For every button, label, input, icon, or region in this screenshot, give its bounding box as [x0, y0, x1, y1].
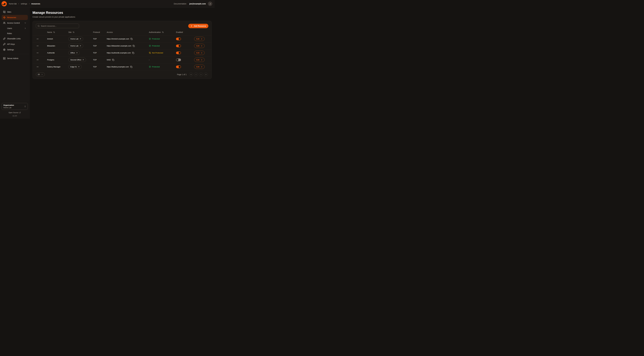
arrow-right-icon [200, 52, 202, 54]
site-badge[interactable]: Home Lab [68, 44, 83, 48]
site-badge[interactable]: Home Lab [68, 37, 83, 41]
search-icon [38, 25, 40, 27]
server-icon [3, 57, 6, 60]
prev-page-button[interactable] [194, 72, 198, 76]
table-header-row: NameSiteProtocolAccessAuthenticationEnab… [32, 29, 212, 36]
site-name: Second Office [70, 59, 81, 61]
enabled-toggle[interactable] [176, 58, 181, 61]
access-value: https://immich.example.com [107, 38, 129, 40]
row-actions-menu[interactable] [36, 37, 39, 40]
edit-label: Edit [196, 66, 199, 68]
sidebar-item-access-control[interactable]: Access Control [2, 20, 28, 26]
organization-value: Home Lab [3, 106, 24, 108]
copy-button[interactable] [132, 52, 134, 54]
sidebar-item-users[interactable]: Users [2, 26, 28, 31]
table-row-bitwarden: Bitwarden Home Lab TCP https://bitwarden… [32, 42, 212, 50]
organization-label: Organization [3, 104, 24, 106]
sort-icon[interactable] [162, 31, 164, 33]
sidebar-item-sites[interactable]: Sites [2, 10, 28, 14]
edit-button[interactable]: Edit [194, 37, 204, 41]
pangolin-logo-icon[interactable] [1, 1, 7, 6]
sidebar-item-roles[interactable]: Roles [2, 31, 28, 36]
site-badge[interactable]: Second Office [68, 58, 86, 62]
copy-button[interactable] [130, 66, 132, 68]
arrow-up-right-icon [80, 38, 81, 40]
auth-status: Protected [152, 66, 160, 68]
page-size-select[interactable]: 20 [36, 72, 45, 76]
arrow-right-icon [200, 59, 202, 61]
site-badge[interactable]: Office [68, 51, 80, 55]
organization-selector[interactable]: Organization Home Lab [2, 103, 28, 110]
edit-label: Edit [196, 45, 199, 47]
avatar[interactable]: J [208, 2, 212, 6]
sidebar-item-api-keys[interactable]: API Keys [2, 42, 28, 47]
last-page-button[interactable] [204, 72, 208, 76]
shield-check-icon [149, 38, 151, 40]
sort-icon[interactable] [73, 31, 74, 33]
arrow-right-icon [200, 38, 202, 40]
ellipsis-icon [36, 59, 39, 61]
add-resource-label: Add Resource [194, 25, 206, 27]
breadcrumb-resources[interactable]: resources [31, 3, 40, 5]
copy-button[interactable] [112, 59, 114, 61]
chevron-left-icon [195, 74, 197, 76]
edit-label: Edit [196, 38, 199, 40]
plus-icon [190, 25, 192, 27]
sort-icon[interactable] [53, 31, 55, 33]
add-resource-button[interactable]: Add Resource [188, 24, 208, 28]
search-input[interactable] [41, 25, 77, 27]
edit-button[interactable]: Edit [194, 44, 204, 48]
access-value: 5432 [107, 59, 111, 61]
edit-button[interactable]: Edit [194, 65, 204, 69]
arrow-up-right-icon [80, 45, 81, 47]
gear-icon [3, 48, 6, 51]
copy-button[interactable] [133, 45, 135, 47]
enabled-toggle[interactable] [176, 52, 181, 54]
ellipsis-icon [36, 52, 39, 54]
enabled-toggle[interactable] [176, 66, 181, 68]
edit-button[interactable]: Edit [194, 58, 204, 62]
row-actions-menu[interactable] [36, 51, 39, 54]
protocol-value: TCP [93, 38, 107, 40]
copy-button[interactable] [130, 38, 133, 40]
search-box [36, 24, 79, 28]
page-size-value: 20 [38, 74, 40, 76]
breadcrumb-settings[interactable]: settings [21, 3, 27, 5]
users-icon [3, 22, 6, 24]
resource-name: Bitwarden [47, 45, 68, 47]
enabled-toggle[interactable] [176, 44, 181, 47]
shield-check-icon [149, 66, 151, 68]
open-source-link[interactable]: Open Source [2, 112, 28, 114]
row-actions-menu[interactable] [36, 58, 39, 62]
sidebar-item-settings[interactable]: Settings [2, 47, 28, 52]
resources-icon [3, 16, 6, 19]
auth-status: - [149, 59, 150, 61]
sidebar-item-resources[interactable]: Resources [2, 15, 28, 20]
breadcrumb-org[interactable]: home-lab [9, 3, 17, 5]
row-actions-menu[interactable] [36, 65, 39, 68]
site-name: Edge 01 [70, 66, 77, 68]
enabled-toggle[interactable] [176, 38, 181, 40]
sidebar-item-shareable-links[interactable]: Shareable Links [2, 36, 28, 41]
shield-check-icon [149, 45, 151, 47]
table-row-immich: Immich Home Lab TCP https://immich.examp… [32, 36, 212, 42]
auth-status: Protected [152, 38, 160, 40]
key-icon [3, 43, 6, 45]
resource-name: Battery Manager [47, 66, 68, 68]
first-page-button[interactable] [189, 72, 193, 76]
resource-name: Immich [47, 38, 68, 40]
toggle-knob [178, 66, 181, 68]
chevron-right-icon [28, 3, 30, 5]
row-actions-menu[interactable] [36, 44, 39, 48]
arrow-right-icon [200, 45, 202, 47]
sidebar-item-server-admin[interactable]: Server Admin [2, 56, 28, 61]
site-badge[interactable]: Edge 01 [68, 65, 82, 69]
edit-button[interactable]: Edit [194, 51, 204, 55]
resource-name: Postgres [47, 59, 68, 61]
next-page-button[interactable] [199, 72, 203, 76]
app-window: home-lab settings resources Documentatio… [0, 0, 215, 119]
documentation-link[interactable]: Documentation [174, 3, 186, 5]
access-value: https://authentik.example.com [107, 52, 131, 54]
site-name: Home Lab [70, 38, 78, 40]
page-info: Page 1 of 1 [177, 74, 186, 76]
